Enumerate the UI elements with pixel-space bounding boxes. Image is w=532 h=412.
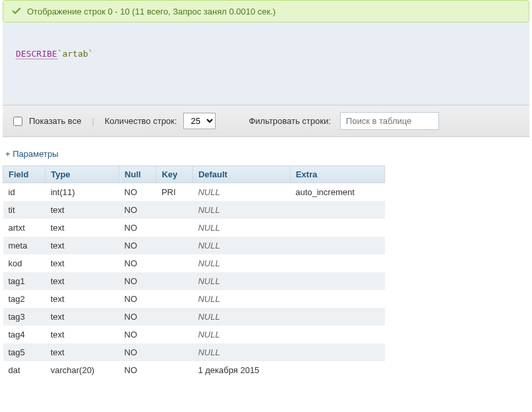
cell-key <box>156 308 192 326</box>
cell-type: text <box>45 201 119 219</box>
cell-field: tag5 <box>3 343 45 361</box>
cell-default: NULL <box>192 290 290 308</box>
cell-field: tag2 <box>3 290 45 308</box>
sql-table: `artab` <box>57 49 94 59</box>
col-default[interactable]: Default <box>192 166 290 183</box>
cell-type: text <box>45 272 119 290</box>
cell-field: tag3 <box>3 308 45 326</box>
separator: | <box>92 116 94 126</box>
results-table: Field Type Null Key Default Extra idint(… <box>3 165 385 379</box>
cell-type: text <box>45 219 119 237</box>
params-link[interactable]: + Параметры <box>0 137 532 165</box>
cell-type: text <box>45 290 119 308</box>
table-header-row: Field Type Null Key Default Extra <box>3 166 385 183</box>
cell-key <box>156 290 192 308</box>
cell-type: varchar(20) <box>45 361 119 379</box>
cell-key <box>156 237 192 254</box>
cell-default: NULL <box>192 254 290 272</box>
success-bar: Отображение строк 0 - 10 (11 всего, Запр… <box>3 0 529 22</box>
cell-type: int(11) <box>45 183 119 202</box>
row-count-label: Количество строк: <box>105 116 177 126</box>
show-all-checkbox[interactable] <box>13 117 22 126</box>
show-all-label: Показать все <box>29 116 81 126</box>
cell-default: NULL <box>192 308 290 326</box>
cell-null: NO <box>119 254 156 272</box>
cell-null: NO <box>119 219 156 237</box>
cell-default: NULL <box>192 326 290 343</box>
cell-field: tag4 <box>3 326 45 343</box>
cell-default: NULL <box>192 272 290 290</box>
cell-default: NULL <box>192 343 290 361</box>
cell-field: meta <box>3 237 45 254</box>
cell-extra <box>290 219 384 237</box>
filter-label: Фильтровать строки: <box>249 116 330 126</box>
table-row: tag1textNONULL <box>3 272 385 290</box>
cell-default: NULL <box>192 219 290 237</box>
table-row: datvarchar(20)NO1 декабря 2015 <box>3 361 385 379</box>
row-count-select[interactable]: 25 <box>183 113 216 129</box>
cell-type: text <box>45 237 119 254</box>
cell-field: tag1 <box>3 272 45 290</box>
cell-key <box>156 219 192 237</box>
cell-field: kod <box>3 254 45 272</box>
cell-null: NO <box>119 201 156 219</box>
cell-null: NO <box>119 343 156 361</box>
cell-extra <box>290 343 384 361</box>
cell-field: id <box>3 183 45 202</box>
cell-extra <box>290 237 384 254</box>
cell-null: NO <box>119 308 156 326</box>
cell-type: text <box>45 326 119 343</box>
filter-input[interactable] <box>340 112 439 130</box>
cell-type: text <box>45 254 119 272</box>
table-row: artxttextNONULL <box>3 219 385 237</box>
sql-keyword: DESCRIBE <box>16 49 57 59</box>
cell-field: dat <box>3 361 45 379</box>
col-null[interactable]: Null <box>119 166 156 183</box>
cell-null: NO <box>119 290 156 308</box>
cell-null: NO <box>119 326 156 343</box>
col-type[interactable]: Type <box>45 166 119 183</box>
table-row: tittextNONULL <box>3 201 385 219</box>
success-message: Отображение строк 0 - 10 (11 всего, Запр… <box>27 7 276 16</box>
col-key[interactable]: Key <box>156 166 192 183</box>
table-row: tag3textNONULL <box>3 308 385 326</box>
cell-null: NO <box>119 361 156 379</box>
cell-extra <box>290 254 384 272</box>
cell-extra <box>290 308 384 326</box>
cell-extra <box>290 290 384 308</box>
cell-default: 1 декабря 2015 <box>192 361 290 379</box>
table-row: tag4textNONULL <box>3 326 385 343</box>
col-field[interactable]: Field <box>3 166 45 183</box>
cell-extra <box>290 272 384 290</box>
check-icon <box>11 6 22 16</box>
cell-extra <box>290 326 384 343</box>
cell-field: tit <box>3 201 45 219</box>
cell-extra: auto_increment <box>290 183 384 202</box>
cell-field: artxt <box>3 219 45 237</box>
cell-null: NO <box>119 237 156 254</box>
cell-null: NO <box>119 183 156 202</box>
cell-extra <box>290 361 384 379</box>
cell-null: NO <box>119 272 156 290</box>
table-row: metatextNONULL <box>3 237 385 254</box>
cell-key <box>156 326 192 343</box>
cell-key: PRI <box>156 183 192 202</box>
table-row: idint(11)NOPRINULLauto_increment <box>3 183 385 202</box>
sql-panel: DESCRIBE`artab` <box>3 22 529 105</box>
cell-extra <box>290 201 384 219</box>
cell-default: NULL <box>192 183 290 202</box>
cell-key <box>156 272 192 290</box>
cell-key <box>156 343 192 361</box>
cell-default: NULL <box>192 237 290 254</box>
cell-type: text <box>45 343 119 361</box>
cell-key <box>156 361 192 379</box>
table-row: tag2textNONULL <box>3 290 385 308</box>
sql-code: DESCRIBE`artab` <box>16 49 93 59</box>
cell-key <box>156 254 192 272</box>
cell-key <box>156 201 192 219</box>
cell-type: text <box>45 308 119 326</box>
cell-default: NULL <box>192 201 290 219</box>
table-row: kodtextNONULL <box>3 254 385 272</box>
toolbar: Показать все | Количество строк: 25 Филь… <box>3 105 529 137</box>
col-extra[interactable]: Extra <box>290 166 384 183</box>
